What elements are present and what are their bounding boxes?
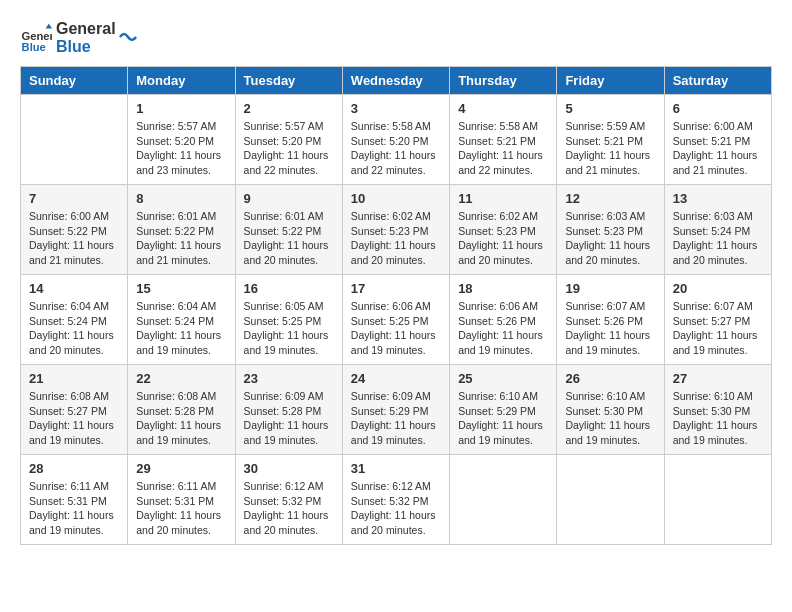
day-number: 14 (29, 281, 119, 296)
day-number: 19 (565, 281, 655, 296)
day-number: 26 (565, 371, 655, 386)
day-info: Sunrise: 6:10 AM Sunset: 5:30 PM Dayligh… (673, 389, 763, 448)
day-info: Sunrise: 5:58 AM Sunset: 5:21 PM Dayligh… (458, 119, 548, 178)
calendar-cell: 4Sunrise: 5:58 AM Sunset: 5:21 PM Daylig… (450, 95, 557, 185)
calendar-cell: 28Sunrise: 6:11 AM Sunset: 5:31 PM Dayli… (21, 455, 128, 545)
day-number: 5 (565, 101, 655, 116)
day-info: Sunrise: 6:02 AM Sunset: 5:23 PM Dayligh… (458, 209, 548, 268)
day-info: Sunrise: 6:08 AM Sunset: 5:28 PM Dayligh… (136, 389, 226, 448)
calendar-cell (664, 455, 771, 545)
calendar-cell: 19Sunrise: 6:07 AM Sunset: 5:26 PM Dayli… (557, 275, 664, 365)
svg-marker-2 (46, 24, 52, 29)
day-number: 30 (244, 461, 334, 476)
calendar-cell: 16Sunrise: 6:05 AM Sunset: 5:25 PM Dayli… (235, 275, 342, 365)
day-number: 25 (458, 371, 548, 386)
calendar-week-1: 1Sunrise: 5:57 AM Sunset: 5:20 PM Daylig… (21, 95, 772, 185)
calendar-cell: 29Sunrise: 6:11 AM Sunset: 5:31 PM Dayli… (128, 455, 235, 545)
day-number: 29 (136, 461, 226, 476)
day-number: 17 (351, 281, 441, 296)
day-number: 6 (673, 101, 763, 116)
weekday-header-wednesday: Wednesday (342, 67, 449, 95)
day-info: Sunrise: 6:02 AM Sunset: 5:23 PM Dayligh… (351, 209, 441, 268)
day-number: 3 (351, 101, 441, 116)
day-info: Sunrise: 6:11 AM Sunset: 5:31 PM Dayligh… (136, 479, 226, 538)
calendar-cell: 6Sunrise: 6:00 AM Sunset: 5:21 PM Daylig… (664, 95, 771, 185)
day-info: Sunrise: 6:07 AM Sunset: 5:27 PM Dayligh… (673, 299, 763, 358)
day-number: 18 (458, 281, 548, 296)
calendar-cell: 23Sunrise: 6:09 AM Sunset: 5:28 PM Dayli… (235, 365, 342, 455)
day-number: 7 (29, 191, 119, 206)
calendar-body: 1Sunrise: 5:57 AM Sunset: 5:20 PM Daylig… (21, 95, 772, 545)
day-info: Sunrise: 6:00 AM Sunset: 5:21 PM Dayligh… (673, 119, 763, 178)
day-number: 27 (673, 371, 763, 386)
day-number: 8 (136, 191, 226, 206)
day-number: 21 (29, 371, 119, 386)
calendar-cell: 31Sunrise: 6:12 AM Sunset: 5:32 PM Dayli… (342, 455, 449, 545)
day-number: 10 (351, 191, 441, 206)
calendar-cell: 17Sunrise: 6:06 AM Sunset: 5:25 PM Dayli… (342, 275, 449, 365)
calendar-cell: 13Sunrise: 6:03 AM Sunset: 5:24 PM Dayli… (664, 185, 771, 275)
calendar-cell: 11Sunrise: 6:02 AM Sunset: 5:23 PM Dayli… (450, 185, 557, 275)
day-info: Sunrise: 6:11 AM Sunset: 5:31 PM Dayligh… (29, 479, 119, 538)
calendar-cell: 22Sunrise: 6:08 AM Sunset: 5:28 PM Dayli… (128, 365, 235, 455)
day-info: Sunrise: 6:03 AM Sunset: 5:23 PM Dayligh… (565, 209, 655, 268)
day-number: 20 (673, 281, 763, 296)
day-info: Sunrise: 6:03 AM Sunset: 5:24 PM Dayligh… (673, 209, 763, 268)
calendar-cell: 15Sunrise: 6:04 AM Sunset: 5:24 PM Dayli… (128, 275, 235, 365)
calendar-cell: 24Sunrise: 6:09 AM Sunset: 5:29 PM Dayli… (342, 365, 449, 455)
day-info: Sunrise: 6:10 AM Sunset: 5:30 PM Dayligh… (565, 389, 655, 448)
calendar-header: SundayMondayTuesdayWednesdayThursdayFrid… (21, 67, 772, 95)
weekday-header-monday: Monday (128, 67, 235, 95)
weekday-header-tuesday: Tuesday (235, 67, 342, 95)
logo-icon: General Blue (20, 22, 52, 54)
day-info: Sunrise: 5:58 AM Sunset: 5:20 PM Dayligh… (351, 119, 441, 178)
day-number: 24 (351, 371, 441, 386)
day-info: Sunrise: 6:09 AM Sunset: 5:29 PM Dayligh… (351, 389, 441, 448)
day-info: Sunrise: 6:06 AM Sunset: 5:26 PM Dayligh… (458, 299, 548, 358)
calendar-cell: 25Sunrise: 6:10 AM Sunset: 5:29 PM Dayli… (450, 365, 557, 455)
day-number: 22 (136, 371, 226, 386)
calendar-week-4: 21Sunrise: 6:08 AM Sunset: 5:27 PM Dayli… (21, 365, 772, 455)
weekday-header-sunday: Sunday (21, 67, 128, 95)
logo: General Blue General Blue (20, 20, 138, 56)
weekday-header-saturday: Saturday (664, 67, 771, 95)
calendar-cell: 12Sunrise: 6:03 AM Sunset: 5:23 PM Dayli… (557, 185, 664, 275)
calendar-cell: 10Sunrise: 6:02 AM Sunset: 5:23 PM Dayli… (342, 185, 449, 275)
calendar-cell: 30Sunrise: 6:12 AM Sunset: 5:32 PM Dayli… (235, 455, 342, 545)
calendar-table: SundayMondayTuesdayWednesdayThursdayFrid… (20, 66, 772, 545)
calendar-cell: 27Sunrise: 6:10 AM Sunset: 5:30 PM Dayli… (664, 365, 771, 455)
logo-general: General (56, 20, 116, 38)
day-info: Sunrise: 6:12 AM Sunset: 5:32 PM Dayligh… (244, 479, 334, 538)
day-number: 12 (565, 191, 655, 206)
calendar-cell: 3Sunrise: 5:58 AM Sunset: 5:20 PM Daylig… (342, 95, 449, 185)
calendar-cell (557, 455, 664, 545)
day-info: Sunrise: 6:06 AM Sunset: 5:25 PM Dayligh… (351, 299, 441, 358)
weekday-header-thursday: Thursday (450, 67, 557, 95)
calendar-cell: 2Sunrise: 5:57 AM Sunset: 5:20 PM Daylig… (235, 95, 342, 185)
day-info: Sunrise: 5:57 AM Sunset: 5:20 PM Dayligh… (136, 119, 226, 178)
day-info: Sunrise: 6:12 AM Sunset: 5:32 PM Dayligh… (351, 479, 441, 538)
day-number: 13 (673, 191, 763, 206)
header-row: SundayMondayTuesdayWednesdayThursdayFrid… (21, 67, 772, 95)
calendar-cell: 8Sunrise: 6:01 AM Sunset: 5:22 PM Daylig… (128, 185, 235, 275)
day-number: 9 (244, 191, 334, 206)
svg-text:Blue: Blue (22, 41, 46, 53)
weekday-header-friday: Friday (557, 67, 664, 95)
calendar-cell: 5Sunrise: 5:59 AM Sunset: 5:21 PM Daylig… (557, 95, 664, 185)
day-info: Sunrise: 6:00 AM Sunset: 5:22 PM Dayligh… (29, 209, 119, 268)
logo-wave-icon (118, 23, 138, 43)
calendar-cell: 26Sunrise: 6:10 AM Sunset: 5:30 PM Dayli… (557, 365, 664, 455)
day-number: 1 (136, 101, 226, 116)
day-number: 16 (244, 281, 334, 296)
calendar-week-5: 28Sunrise: 6:11 AM Sunset: 5:31 PM Dayli… (21, 455, 772, 545)
day-number: 15 (136, 281, 226, 296)
page-header: General Blue General Blue (20, 20, 772, 56)
day-number: 11 (458, 191, 548, 206)
svg-text:General: General (22, 30, 52, 42)
calendar-cell: 21Sunrise: 6:08 AM Sunset: 5:27 PM Dayli… (21, 365, 128, 455)
day-number: 23 (244, 371, 334, 386)
day-info: Sunrise: 6:04 AM Sunset: 5:24 PM Dayligh… (29, 299, 119, 358)
day-info: Sunrise: 6:04 AM Sunset: 5:24 PM Dayligh… (136, 299, 226, 358)
day-info: Sunrise: 6:10 AM Sunset: 5:29 PM Dayligh… (458, 389, 548, 448)
day-info: Sunrise: 6:09 AM Sunset: 5:28 PM Dayligh… (244, 389, 334, 448)
